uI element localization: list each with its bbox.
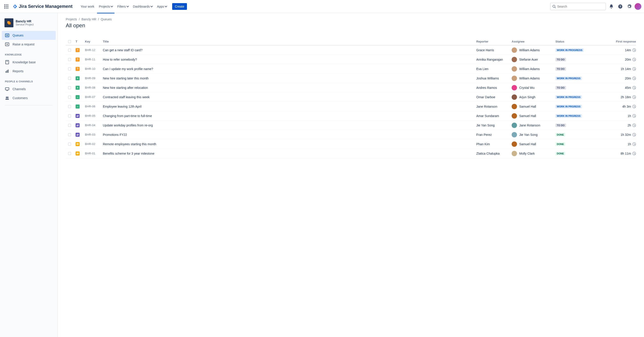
status-badge[interactable]: TO DO bbox=[556, 67, 566, 71]
status-badge[interactable]: TO DO bbox=[556, 124, 566, 127]
status-badge[interactable]: WORK IN PRGRESS bbox=[556, 105, 582, 108]
issue-key[interactable]: BHR-11 bbox=[85, 58, 103, 61]
row-checkbox[interactable] bbox=[68, 67, 71, 71]
issue-assignee[interactable]: William Adams bbox=[512, 76, 556, 81]
issue-key[interactable]: BHR-12 bbox=[85, 48, 103, 52]
row-checkbox[interactable] bbox=[68, 49, 71, 52]
row-checkbox[interactable] bbox=[68, 77, 71, 80]
project-header[interactable]: Bancly HR Service Project bbox=[2, 18, 56, 31]
nav-filters[interactable]: Filters bbox=[116, 3, 130, 10]
status-badge[interactable]: DONE bbox=[556, 152, 565, 155]
issue-title[interactable]: Remote employees starting this month bbox=[103, 142, 476, 146]
table-row[interactable]: ? BHR-11 How to refer somebody? Annika R… bbox=[66, 55, 636, 64]
issue-key[interactable]: BHR-08 bbox=[85, 86, 103, 89]
col-status[interactable]: Status bbox=[556, 40, 600, 43]
col-first-response[interactable]: First response bbox=[600, 40, 636, 43]
issue-assignee[interactable]: Stefanie Auer bbox=[512, 57, 556, 62]
issue-title[interactable]: Employee leaving 12th April bbox=[103, 105, 476, 108]
issue-key[interactable]: BHR-06 bbox=[85, 105, 103, 108]
issue-assignee[interactable]: Jane Rotanson bbox=[512, 123, 556, 128]
issue-title[interactable]: How to refer somebody? bbox=[103, 58, 476, 61]
issue-assignee[interactable]: Arjun Singh bbox=[512, 94, 556, 100]
col-key[interactable]: Key bbox=[85, 40, 103, 43]
create-button[interactable]: Create bbox=[172, 3, 187, 10]
table-row[interactable]: ⇄ BHR-04 Update workday profiles from re… bbox=[66, 121, 636, 130]
table-row[interactable]: ? BHR-10 Can I update my work profile na… bbox=[66, 64, 636, 74]
issue-title[interactable]: New hire starting later this month bbox=[103, 77, 476, 80]
table-row[interactable]: ⇄ BHR-05 Changing from part-time to full… bbox=[66, 111, 636, 121]
app-switcher-icon[interactable] bbox=[3, 3, 10, 10]
breadcrumb-projects[interactable]: Projects bbox=[66, 18, 77, 21]
row-checkbox[interactable] bbox=[68, 58, 71, 61]
issue-title[interactable]: Update workday profiles from re-org bbox=[103, 124, 476, 127]
status-badge[interactable]: DONE bbox=[556, 142, 565, 146]
issue-assignee[interactable]: Jie Yan Song bbox=[512, 132, 556, 137]
issue-title[interactable]: Can get a new staff ID card? bbox=[103, 48, 476, 52]
issue-assignee[interactable]: William Adams bbox=[512, 48, 556, 53]
issue-key[interactable]: BHR-02 bbox=[85, 142, 103, 146]
status-badge[interactable]: TO DO bbox=[556, 58, 566, 61]
issue-assignee[interactable]: William Adams bbox=[512, 66, 556, 72]
col-type[interactable]: T bbox=[76, 40, 85, 43]
row-checkbox[interactable] bbox=[68, 105, 71, 108]
status-badge[interactable]: WORK IN PRGRESS bbox=[556, 95, 582, 99]
nav-projects[interactable]: Projects bbox=[97, 3, 115, 10]
row-checkbox[interactable] bbox=[68, 152, 71, 155]
issue-title[interactable]: Promotions FY22 bbox=[103, 133, 476, 137]
row-checkbox[interactable] bbox=[68, 143, 71, 146]
row-checkbox[interactable] bbox=[68, 114, 71, 118]
notifications-icon[interactable] bbox=[608, 3, 615, 10]
nav-your-work[interactable]: Your work bbox=[79, 3, 96, 10]
col-reporter[interactable]: Reporter bbox=[476, 40, 512, 43]
product-logo[interactable]: Jira Service Management bbox=[11, 4, 74, 9]
table-row[interactable]: – BHR-07 Contracted staff leaving this w… bbox=[66, 92, 636, 102]
issue-title[interactable]: Benefits scheme for 3 year milestone bbox=[103, 152, 476, 155]
table-row[interactable]: – BHR-06 Employee leaving 12th April Jan… bbox=[66, 102, 636, 111]
issue-assignee[interactable]: Samuel Hall bbox=[512, 104, 556, 109]
issue-key[interactable]: BHR-07 bbox=[85, 95, 103, 99]
table-row[interactable]: ? BHR-12 Can get a new staff ID card? Gr… bbox=[66, 46, 636, 55]
issue-title[interactable]: Can I update my work profile name? bbox=[103, 67, 476, 71]
status-badge[interactable]: WORK IN PROGRESS bbox=[556, 48, 584, 52]
sidebar-item-queues[interactable]: Queues bbox=[2, 31, 56, 40]
status-badge[interactable]: WORK IN PRGRESS bbox=[556, 77, 582, 80]
issue-key[interactable]: BHR-09 bbox=[85, 77, 103, 80]
help-icon[interactable]: ? bbox=[617, 3, 624, 10]
issue-assignee[interactable]: Samuel Hall bbox=[512, 113, 556, 119]
profile-avatar[interactable] bbox=[634, 3, 641, 10]
settings-icon[interactable] bbox=[626, 3, 633, 10]
nav-apps[interactable]: Apps bbox=[155, 3, 168, 10]
sidebar-item-raise-request[interactable]: Raise a request bbox=[2, 40, 56, 49]
status-badge[interactable]: TO DO bbox=[556, 86, 566, 90]
table-row[interactable]: ✉ BHR-01 Benefits scheme for 3 year mile… bbox=[66, 149, 636, 158]
status-badge[interactable]: DONE bbox=[556, 133, 565, 137]
sidebar-item-kb[interactable]: Knowledge base bbox=[2, 58, 56, 67]
issue-assignee[interactable]: Crystal Wu bbox=[512, 85, 556, 90]
search-box[interactable] bbox=[550, 3, 606, 10]
row-checkbox[interactable] bbox=[68, 96, 71, 99]
table-row[interactable]: + BHR-08 New hire starting after relocat… bbox=[66, 83, 636, 92]
breadcrumb-project[interactable]: Bancly HR bbox=[82, 18, 96, 21]
breadcrumb-queues[interactable]: Queues bbox=[101, 18, 112, 21]
issue-key[interactable]: BHR-01 bbox=[85, 152, 103, 155]
issue-key[interactable]: BHR-10 bbox=[85, 67, 103, 71]
row-checkbox[interactable] bbox=[68, 133, 71, 136]
issue-key[interactable]: BHR-03 bbox=[85, 133, 103, 136]
search-input[interactable] bbox=[557, 5, 604, 8]
status-badge[interactable]: WORK IN PRGRESS bbox=[556, 114, 582, 118]
sidebar-item-reports[interactable]: Reports bbox=[2, 67, 56, 76]
issue-title[interactable]: Changing from part-time to full-time bbox=[103, 114, 476, 118]
nav-dashboards[interactable]: Dashboards bbox=[131, 3, 154, 10]
issue-assignee[interactable]: Molly Clark bbox=[512, 151, 556, 156]
table-row[interactable]: + BHR-09 New hire starting later this mo… bbox=[66, 74, 636, 83]
issue-title[interactable]: New hire starting after relocation bbox=[103, 86, 476, 90]
sidebar-item-customers[interactable]: Customers bbox=[2, 94, 56, 103]
issue-key[interactable]: BHR-04 bbox=[85, 124, 103, 127]
issue-assignee[interactable]: Samuel Hall bbox=[512, 141, 556, 147]
sidebar-item-channels[interactable]: Channels bbox=[2, 85, 56, 94]
issue-key[interactable]: BHR-05 bbox=[85, 114, 103, 118]
table-row[interactable]: ⇄ BHR-03 Promotions FY22 Fran Perez Jie … bbox=[66, 130, 636, 139]
table-row[interactable]: ✉ BHR-02 Remote employees starting this … bbox=[66, 139, 636, 149]
select-all-checkbox[interactable] bbox=[68, 40, 71, 43]
col-title[interactable]: Title bbox=[103, 40, 476, 43]
